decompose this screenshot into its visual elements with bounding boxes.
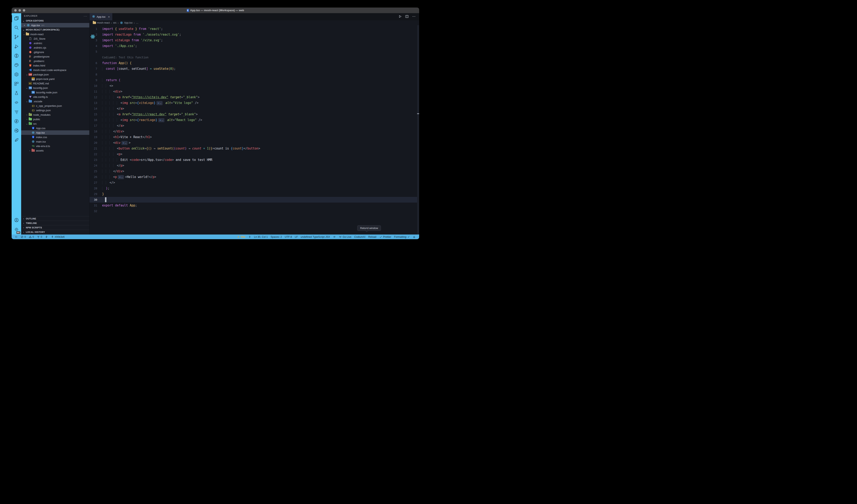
tab-app-tsx[interactable]: App.tsx × — [89, 13, 112, 20]
code-line[interactable]: 32 — [89, 208, 417, 214]
status-errors[interactable]: 0 — [19, 234, 27, 239]
code-line[interactable]: 4import './App.css'; — [89, 43, 417, 49]
breadcrumb-item[interactable]: src — [113, 21, 117, 24]
chevron-down-icon[interactable]: ⌄ — [25, 100, 29, 103]
tree-item-pnpm-lock-yaml[interactable]: pnpm-lock.yaml — [21, 77, 89, 81]
tree-item-vite-config-ts[interactable]: vite.config.ts — [21, 94, 89, 99]
status-language-mode[interactable]: undefinedTypeScript JSX — [299, 234, 332, 239]
code-line[interactable]: 21 <button onClick={() ⇒ setCount((count… — [89, 146, 417, 151]
status-commit[interactable] — [247, 234, 253, 239]
code-line[interactable]: 14 </a> — [89, 106, 417, 111]
code-line[interactable]: 13 <img src={viteLogo}≈… alt="Vite logo"… — [89, 100, 417, 106]
activity-item-snippets[interactable] — [12, 98, 21, 108]
status-formatting[interactable]: Formatting: ✓ — [393, 234, 411, 239]
tree-item-mosh-react-code-workspace[interactable]: mosh-react.code-workspace — [21, 68, 89, 72]
panel-timeline[interactable]: ›TIMELINE — [21, 221, 89, 225]
code-line[interactable]: 23 Edit <code>src/App.tsx</code> and sav… — [89, 157, 417, 163]
code-line[interactable]: 12 <a href="https://vitejs.dev" target="… — [89, 94, 417, 100]
activity-item-testing[interactable] — [12, 89, 21, 98]
code-line[interactable]: 30 — [89, 197, 417, 203]
activity-item-color-circle[interactable] — [12, 51, 21, 61]
status-prettier[interactable]: Prettier — [378, 234, 393, 239]
panel-npm-scripts[interactable]: ›NPM SCRIPTS — [21, 225, 89, 230]
panel-outline[interactable]: ›OUTLINE — [21, 216, 89, 221]
tree-item-assets[interactable]: ›assets — [21, 148, 89, 153]
activity-item-openai-chat[interactable] — [12, 70, 21, 80]
breadcrumb-item[interactable]: App.tsx — [120, 21, 133, 24]
activity-item-run-debug[interactable] — [12, 42, 21, 51]
code-line[interactable]: 10 <> — [89, 83, 417, 89]
tree-item-app-css[interactable]: 3App.css — [21, 126, 89, 131]
code-line[interactable]: 7 const [count, setCount] = useState(0); — [89, 66, 417, 72]
tree-item-index-css[interactable]: 3index.css — [21, 135, 89, 139]
tree-item-vite-env-d-ts[interactable]: TSvite-env.d.ts — [21, 144, 89, 148]
status-codium-ai[interactable]: CodiumAI — [353, 234, 367, 239]
chevron-right-icon[interactable]: › — [25, 118, 29, 120]
activity-item-source-control[interactable] — [12, 33, 21, 42]
chevron-right-icon[interactable]: › — [25, 114, 29, 116]
code-line[interactable]: 24 </p> — [89, 163, 417, 169]
activity-item-swirl-extension[interactable] — [12, 108, 21, 117]
tree-item-package-json[interactable]: ⌄npmpackage.json — [21, 72, 89, 77]
tree-item-readme-md[interactable]: M↓README.md — [21, 81, 89, 86]
code-line[interactable]: 8 — [89, 72, 417, 77]
tree-item--eslintrc-cjs[interactable]: .eslintrc.cjs — [21, 45, 89, 50]
code-line[interactable]: 15 <a href="https://react.dev" target="_… — [89, 111, 417, 117]
activity-item-extension-grid[interactable] — [12, 80, 21, 89]
chevron-down-icon[interactable]: ⌄ — [25, 122, 29, 125]
open-editor-item[interactable]: ×App.tsxsrc — [21, 23, 89, 28]
tree-item-node-modules[interactable]: ›node_modules — [21, 112, 89, 117]
split-editor-button[interactable] — [405, 14, 409, 19]
activity-item-explorer[interactable] — [12, 14, 21, 23]
code-line[interactable]: 11 <div> — [89, 89, 417, 94]
status-ports[interactable]: 0 — [35, 234, 44, 239]
tree-item-app-tsx[interactable]: App.tsx — [21, 131, 89, 135]
tree-item--prettierrc[interactable]: .prettierrc — [21, 59, 89, 63]
codelens[interactable]: CodiumAI: Test this function — [89, 54, 417, 60]
folded-attr-badge[interactable]: ≈… — [121, 141, 128, 145]
tree-item--ds-store[interactable]: .DS_Store — [21, 36, 89, 41]
code-line[interactable]: 9 return ( — [89, 77, 417, 83]
status-remote-indicator[interactable] — [13, 234, 19, 239]
code-editor[interactable]: 1import { useState } from 'react';2impor… — [89, 25, 419, 234]
folded-attr-badge[interactable]: ≈… — [158, 118, 164, 122]
code-line[interactable]: 29} — [89, 191, 417, 197]
chevron-down-icon[interactable]: ⌄ — [22, 33, 26, 36]
tree-item-c-cpp-properties-json[interactable]: { }c_cpp_properties.json — [21, 104, 89, 108]
more-actions-button[interactable] — [412, 14, 416, 19]
code-line[interactable]: 28 ); — [89, 186, 417, 191]
traffic-lights[interactable] — [14, 9, 25, 12]
status-eol[interactable]: LF — [293, 234, 299, 239]
tree-item-tsconfig-node-json[interactable]: TStsconfig.node.json — [21, 90, 89, 94]
chevron-right-icon[interactable]: › — [28, 149, 31, 152]
tree-item--vscode[interactable]: ⌄.vscode — [21, 99, 89, 104]
minimize-window-button[interactable] — [18, 9, 21, 12]
explorer-more-actions-icon[interactable]: ··· — [84, 14, 87, 18]
run-button[interactable] — [398, 14, 402, 19]
panel-local-history[interactable]: ›LOCAL HISTORY — [21, 230, 89, 234]
open-editors-section[interactable]: ⌄ OPEN EDITORS — [21, 18, 89, 23]
titlebar[interactable]: App.tsx — mosh-react (Workspace) — web — [12, 7, 419, 13]
code-line[interactable]: 20 <div≈…> — [89, 140, 417, 146]
chevron-down-icon[interactable]: ⌄ — [25, 73, 29, 76]
status-encoding[interactable]: UTF-8 — [283, 234, 293, 239]
code-line[interactable]: 6function App() { — [89, 60, 417, 66]
tree-item--prettierignore[interactable]: .prettierignore — [21, 54, 89, 59]
status-go-live[interactable]: Go Live — [337, 234, 353, 239]
code-line[interactable]: 5 — [89, 49, 417, 54]
activity-item-settings[interactable]: WE — [12, 225, 21, 234]
activity-item-theme-palette[interactable] — [12, 61, 21, 70]
activity-item-thunder-client[interactable] — [12, 117, 21, 126]
status-cursor-position[interactable]: Ln 30, Col 1 — [253, 234, 269, 239]
chevron-down-icon[interactable]: ⌄ — [25, 87, 29, 89]
folded-attr-badge[interactable]: ≈… — [156, 101, 163, 105]
status-code-runner[interactable] — [332, 234, 337, 239]
code-line[interactable]: 3import viteLogo from '/vite.svg'; — [89, 37, 417, 43]
tree-item-mosh-react[interactable]: ⌄mosh-react — [21, 32, 89, 36]
status-ink-color[interactable]: #00b3e6 — [49, 234, 66, 239]
code-line[interactable]: 19 <h1>Vite + React</h1> — [89, 134, 417, 140]
activity-item-accounts[interactable] — [12, 216, 21, 225]
workspace-section[interactable]: ⌄ MOSH-REACT (WORKSPACE) — [21, 28, 89, 32]
code-line[interactable]: 2import reactLogo from './assets/react.s… — [89, 32, 417, 37]
close-window-button[interactable] — [14, 9, 17, 12]
